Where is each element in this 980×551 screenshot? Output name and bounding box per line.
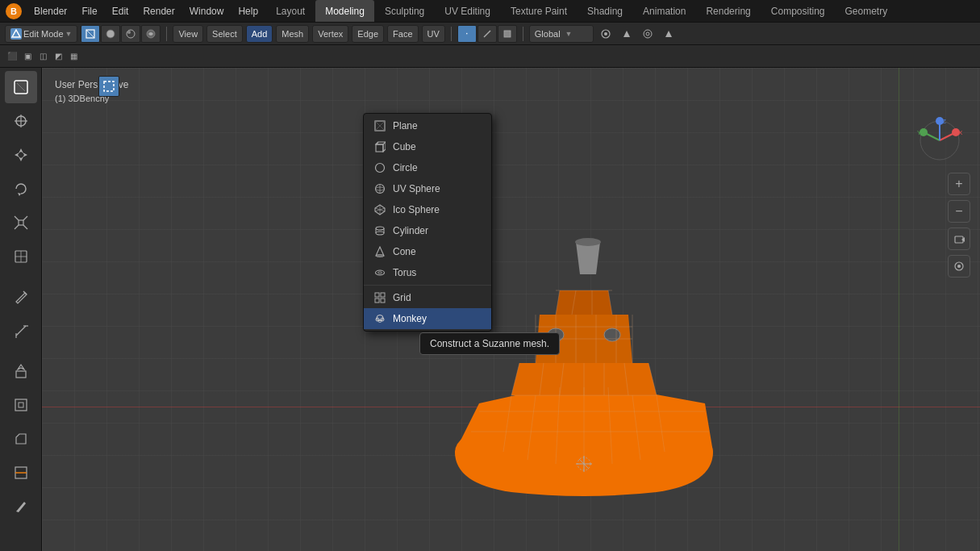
menu-file[interactable]: File <box>75 4 103 19</box>
add-menu-btn[interactable]: Add <box>246 25 273 43</box>
tool-inset[interactable] <box>5 389 37 421</box>
cylinder-icon <box>373 224 386 237</box>
svg-point-118 <box>378 272 382 273</box>
object-type-icon[interactable]: ⬛ <box>5 49 19 64</box>
dropdown-item-plane[interactable]: Plane <box>364 115 491 136</box>
workspace-geometry[interactable]: Geometry <box>836 0 898 22</box>
workspace-sculpting[interactable]: Sculpting <box>375 0 434 22</box>
svg-point-46 <box>604 328 620 341</box>
edge-menu-btn[interactable]: Edge <box>352 25 384 43</box>
dropdown-item-circle[interactable]: Circle <box>364 157 491 178</box>
tool-move[interactable] <box>5 139 37 171</box>
snap-options-btn[interactable] <box>618 25 636 43</box>
svg-rect-39 <box>15 399 27 411</box>
svg-point-95 <box>957 265 961 268</box>
view-menu-btn[interactable]: View <box>173 25 203 43</box>
overlay-icon2[interactable]: ◫ <box>35 49 50 64</box>
svg-marker-13 <box>623 31 630 37</box>
svg-line-29 <box>15 225 19 229</box>
menu-render[interactable]: Render <box>136 4 181 19</box>
zoom-in-btn[interactable]: + <box>948 173 970 195</box>
mesh-menu-btn[interactable]: Mesh <box>276 25 309 43</box>
proportional-options-btn[interactable] <box>660 25 678 43</box>
tool-scale[interactable] <box>5 207 37 239</box>
blender-logo[interactable]: B <box>5 2 23 20</box>
local-view-btn[interactable] <box>948 255 970 278</box>
workspace-layout[interactable]: Layout <box>266 0 315 22</box>
workspace-shading[interactable]: Shading <box>578 0 632 22</box>
show-wire-icon[interactable]: ▣ <box>20 49 35 64</box>
uv-menu-btn[interactable]: UV <box>422 25 445 43</box>
svg-point-111 <box>376 227 384 230</box>
viewport[interactable]: User Perspective (1) 3DBenchy X Y <box>42 68 980 551</box>
svg-point-103 <box>376 164 385 173</box>
viewport-gizmos: + − <box>948 173 970 278</box>
vertex-menu-btn[interactable]: Vertex <box>312 25 348 43</box>
monkey-icon <box>373 312 386 325</box>
transform-dropdown-icon: ▼ <box>565 30 573 38</box>
solid-btn[interactable] <box>101 25 120 43</box>
dropdown-item-cylinder[interactable]: Cylinder <box>364 220 491 241</box>
tool-bevel[interactable] <box>5 423 37 455</box>
axis-orbit-widget[interactable]: X Y Z <box>915 116 964 165</box>
dropdown-item-cone[interactable]: Cone <box>364 241 491 262</box>
menu-blender[interactable]: Blender <box>27 4 73 19</box>
tool-transform[interactable] <box>5 240 37 273</box>
select-menu-btn[interactable]: Select <box>206 25 243 43</box>
cone-icon <box>373 245 386 258</box>
vertex-select-btn[interactable]: · <box>457 25 477 43</box>
svg-text:Z: Z <box>942 118 946 125</box>
menu-window[interactable]: Window <box>183 4 231 19</box>
snap-btn[interactable] <box>597 25 615 43</box>
menu-help[interactable]: Help <box>231 4 265 19</box>
transform-label: Global <box>535 29 561 39</box>
tool-loop-cut[interactable] <box>5 457 37 489</box>
menu-edit[interactable]: Edit <box>106 4 136 19</box>
tool-knife[interactable] <box>5 490 37 523</box>
face-menu-btn[interactable]: Face <box>387 25 418 43</box>
material-preview-btn[interactable] <box>121 25 140 43</box>
camera-icon <box>953 233 965 244</box>
mode-dropdown-icon: ▼ <box>65 30 73 38</box>
dropdown-item-cube[interactable]: Cube <box>364 136 491 157</box>
workspace-texture-paint[interactable]: Texture Paint <box>501 0 577 22</box>
tool-select[interactable] <box>5 71 37 103</box>
tool-measure[interactable] <box>5 315 37 347</box>
transform-selector[interactable]: Global ▼ <box>529 25 594 43</box>
camera-perspective-btn[interactable] <box>948 227 970 250</box>
workspace-uv-editing[interactable]: UV Editing <box>435 0 500 22</box>
workspace-rendering[interactable]: Rendering <box>696 0 760 22</box>
dropdown-item-grid[interactable]: Grid <box>364 287 491 308</box>
dropdown-item-ico-sphere[interactable]: Ico Sphere <box>364 199 491 220</box>
tool-extrude[interactable] <box>5 355 37 387</box>
dropdown-item-uv-sphere[interactable]: UV Sphere <box>364 178 491 199</box>
tool-annotate[interactable] <box>5 281 37 313</box>
rendered-btn[interactable] <box>141 25 161 43</box>
tool-cursor[interactable] <box>5 105 37 137</box>
select-box-icon[interactable] <box>98 76 119 97</box>
second-toolbar: ⬛ ▣ ◫ ◩ ▦ <box>0 45 980 68</box>
workspace-modeling[interactable]: Modeling <box>315 0 374 22</box>
zoom-out-btn[interactable]: − <box>948 200 970 223</box>
svg-rect-10 <box>504 31 511 37</box>
dropdown-item-torus[interactable]: Torus <box>364 262 491 283</box>
svg-rect-25 <box>19 220 23 225</box>
mode-icon <box>10 28 22 40</box>
svg-point-5 <box>106 30 115 38</box>
face-select-btn[interactable] <box>498 25 517 43</box>
wireframe-btn[interactable] <box>81 25 100 43</box>
ico-sphere-icon <box>373 203 386 216</box>
zoom-in-icon: + <box>955 177 962 191</box>
tool-rotate[interactable] <box>5 173 37 205</box>
edge-select-btn[interactable] <box>477 25 497 43</box>
mode-selector[interactable]: Edit Mode ▼ <box>5 25 77 43</box>
local-view-icon <box>953 261 965 272</box>
svg-text:X: X <box>958 129 963 136</box>
overlay-icon4[interactable]: ▦ <box>66 49 81 64</box>
svg-marker-23 <box>15 152 27 157</box>
overlay-icon3[interactable]: ◩ <box>51 49 65 64</box>
workspace-animation[interactable]: Animation <box>633 0 695 22</box>
dropdown-item-monkey[interactable]: Monkey <box>364 308 491 329</box>
proportional-editing-btn[interactable] <box>639 25 657 43</box>
workspace-compositing[interactable]: Compositing <box>761 0 835 22</box>
